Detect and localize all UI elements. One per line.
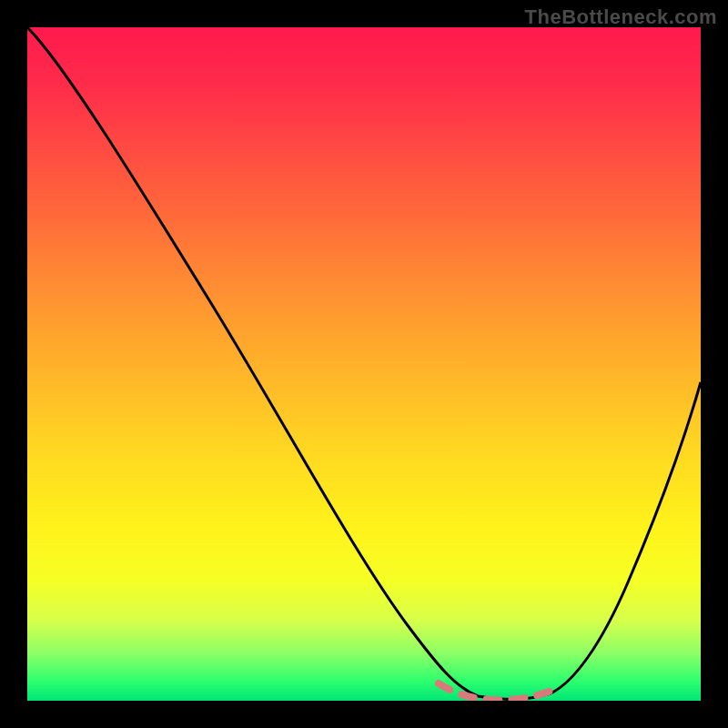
chart-frame: TheBottleneck.com (0, 0, 728, 728)
watermark-text: TheBottleneck.com (525, 5, 717, 29)
bottleneck-curve-line (27, 27, 701, 699)
plot-area (27, 27, 701, 701)
curve-svg (27, 27, 701, 701)
optimal-range-dash (439, 683, 553, 700)
